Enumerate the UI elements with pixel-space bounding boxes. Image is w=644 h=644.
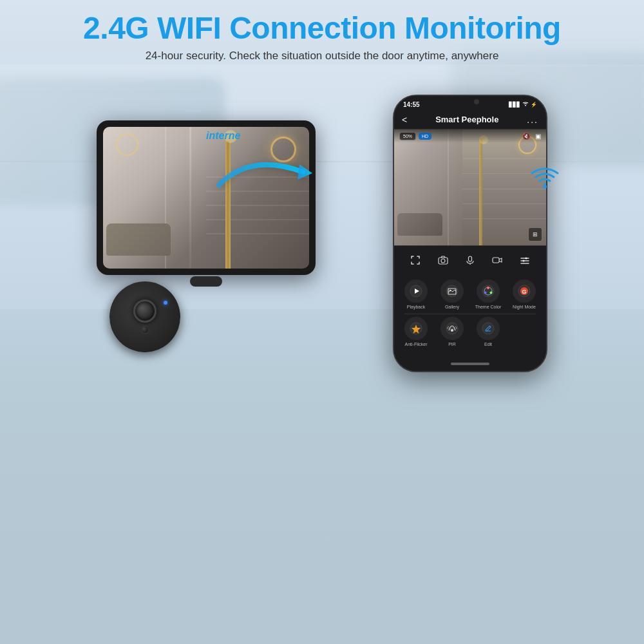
home-indicator: [451, 363, 489, 365]
empty-slot: [507, 317, 541, 347]
svg-point-20: [487, 287, 489, 289]
controls-row: [394, 245, 546, 274]
monitor-home-button[interactable]: [190, 276, 222, 287]
app-title: Smart Peephole: [407, 115, 527, 124]
anti-flicker-button[interactable]: Anti-Flicker: [399, 317, 433, 347]
night-mode-button[interactable]: G Night Mode: [507, 279, 541, 310]
sub-title: 24-hour security. Check the situation ou…: [0, 50, 644, 62]
playback-icon: [404, 279, 428, 303]
hd-badge: HD: [419, 133, 431, 140]
phone-wall-divider: [448, 129, 449, 245]
svg-rect-5: [468, 256, 471, 261]
svg-point-1: [543, 185, 547, 189]
edit-button[interactable]: Edit: [471, 317, 505, 347]
svg-point-17: [450, 290, 451, 291]
camera-status-overlay: 50% HD 🔇 ▣: [394, 129, 546, 143]
smartphone: 14:55 ▊▊▊ ⚡: [393, 95, 547, 372]
svg-point-4: [441, 259, 445, 263]
phone-notch: [448, 96, 493, 108]
notch-camera: [474, 99, 479, 104]
sofa-in-monitor: [106, 223, 171, 256]
svg-point-11: [525, 257, 527, 259]
svg-point-2: [525, 105, 526, 106]
battery-badge: 50%: [399, 132, 416, 140]
svg-text:G: G: [522, 289, 526, 295]
main-title: 2.4G WIFI Connection Monitoring: [0, 12, 644, 46]
wifi-status-icon: [522, 101, 529, 108]
camera-view-area: 50% HD 🔇 ▣ 76% | 5 KB/S: [394, 129, 546, 245]
camera-right-controls: 🔇 ▣: [522, 133, 541, 140]
settings-menu-button[interactable]: [516, 251, 534, 269]
signal-icon: ▊▊▊: [509, 102, 520, 108]
internet-label: interne: [206, 130, 240, 142]
more-options-button[interactable]: ...: [527, 115, 538, 125]
status-icons: ▊▊▊ ⚡: [509, 101, 537, 108]
screenshot-button[interactable]: ⊞: [528, 227, 542, 242]
anti-flicker-label: Anti-Flicker: [404, 342, 427, 347]
internet-arrow-container: interne: [213, 146, 316, 200]
smartphone-container: 14:55 ▊▊▊ ⚡: [393, 95, 547, 372]
light-ring2-monitor: [116, 133, 138, 156]
phone-stair-line-5: [462, 218, 546, 219]
mute-icon[interactable]: 🔇: [522, 133, 530, 140]
battery-status-icon: ⚡: [531, 102, 537, 108]
camera-main-lens: [133, 299, 156, 323]
theme-color-label: Theme Color: [475, 305, 501, 310]
back-button[interactable]: <: [402, 115, 407, 125]
camera-indicator-led: [164, 301, 167, 305]
svg-point-12: [522, 260, 524, 261]
layout-icon[interactable]: ▣: [535, 133, 541, 140]
record-button[interactable]: [488, 251, 506, 269]
phone-camera-feed: ⊞: [394, 129, 546, 245]
snapshot-button[interactable]: [434, 251, 452, 269]
svg-point-22: [484, 291, 487, 294]
app-grid-row-1: Playback: [398, 279, 542, 310]
wifi-icon-above-phone: [529, 166, 560, 195]
svg-rect-7: [493, 258, 499, 263]
svg-marker-0: [298, 164, 312, 180]
playback-label: Playback: [407, 305, 425, 310]
phone-stair-line-4: [462, 204, 546, 204]
svg-point-21: [490, 291, 493, 294]
wall-divider-monitor: [189, 127, 191, 269]
header-section: 2.4G WIFI Connection Monitoring 24-hour …: [0, 0, 644, 62]
product-area: interne: [0, 82, 644, 372]
anti-flicker-icon: [404, 317, 428, 340]
internet-arrow-svg: [213, 146, 316, 198]
night-mode-label: Night Mode: [513, 305, 536, 310]
stair-line-5: [206, 233, 309, 234]
status-time: 14:55: [403, 101, 420, 108]
stair-line-3: [206, 205, 309, 206]
theme-color-icon: [477, 279, 500, 303]
grid-divider: [404, 314, 536, 314]
pir-label: PIR: [448, 342, 456, 347]
phone-sofa: [397, 213, 442, 236]
svg-point-29: [451, 329, 453, 332]
content-wrapper: 2.4G WIFI Connection Monitoring 24-hour …: [0, 0, 644, 644]
theme-color-button[interactable]: Theme Color: [471, 279, 505, 310]
pir-button[interactable]: PIR: [435, 317, 469, 347]
playback-button[interactable]: Playback: [399, 279, 433, 310]
pir-icon: [440, 317, 464, 340]
edit-icon: [477, 317, 500, 340]
camera-module: [109, 281, 180, 352]
microphone-button[interactable]: [461, 251, 479, 269]
edit-label: Edit: [484, 342, 492, 347]
app-header: < Smart Peephole ...: [394, 111, 546, 129]
camera-small-lens: [140, 325, 149, 334]
gallery-icon: [440, 279, 464, 303]
battery-hd-badges: 50% HD: [399, 132, 431, 140]
app-grid-row-2: Anti-Flicker: [398, 317, 542, 347]
phone-bottom-bar: [394, 357, 546, 371]
phone-lamp-post: [479, 138, 482, 245]
app-grid: Playback: [394, 274, 546, 357]
gallery-button[interactable]: Gallery: [435, 279, 469, 310]
gallery-label: Gallery: [445, 305, 459, 310]
fullscreen-button[interactable]: [406, 251, 424, 269]
phone-stair-line-1: [462, 158, 546, 159]
night-mode-icon: G: [513, 279, 536, 303]
stair-line-4: [206, 219, 309, 220]
